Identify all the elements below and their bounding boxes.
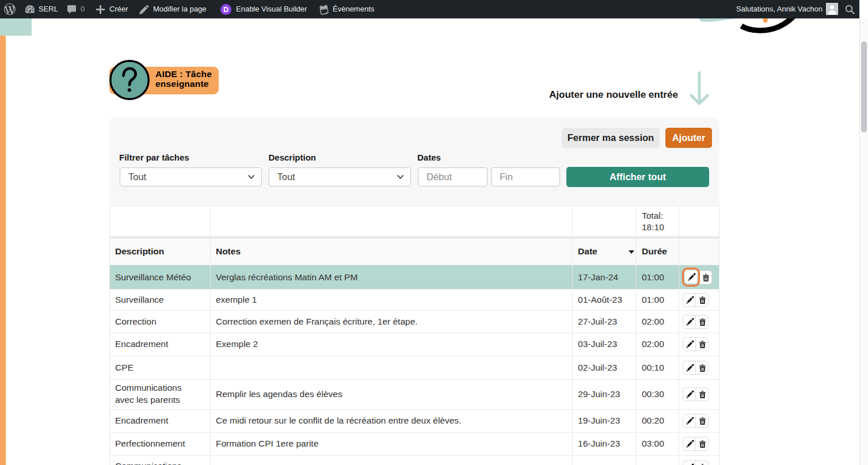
- svg-text:D: D: [223, 6, 229, 14]
